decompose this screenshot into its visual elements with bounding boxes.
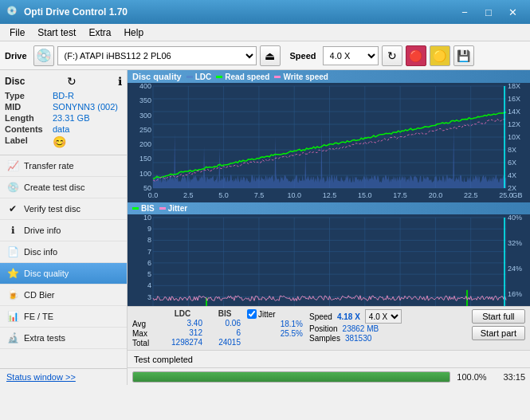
chart1-legend-read: Read speed — [216, 73, 269, 81]
chart2-area — [128, 214, 530, 306]
disc-title: Disc — [5, 76, 25, 87]
disc-quality-icon: ⭐ — [6, 267, 19, 280]
drive-select[interactable]: (F:) ATAPI iHBS112 2 PL06 — [57, 46, 257, 65]
disc-type-row: Type BD-R — [5, 91, 122, 100]
app-icon: 💿 — [6, 6, 19, 18]
position-label: Position — [309, 324, 338, 333]
progress-bar-inner — [133, 372, 450, 382]
app-title: Opti Drive Control 1.70 — [24, 6, 453, 18]
sidebar-item-drive-info[interactable]: ℹ Drive info — [0, 220, 127, 241]
progress-bar-area: 100.0% 33:15 — [128, 367, 530, 385]
chart1-title-bar: Disc quality LDC Read speed Write speed — [128, 70, 530, 83]
toolbar: Drive 💿 (F:) ATAPI iHBS112 2 PL06 ⏏ Spee… — [0, 41, 530, 70]
chart2-legend-jitter: Jitter — [159, 204, 187, 213]
create-test-disc-icon: 💿 — [6, 181, 19, 194]
jitter-checkbox[interactable] — [247, 309, 257, 319]
transfer-rate-icon: 📈 — [6, 159, 19, 172]
menu-item-file[interactable]: File — [3, 26, 31, 40]
speed-label-text: Speed — [309, 312, 332, 321]
maximize-button[interactable]: □ — [477, 3, 500, 21]
sidebar-item-verify-test-disc[interactable]: ✔ Verify test disc — [0, 198, 127, 220]
fe-te-icon: 📊 — [6, 310, 19, 323]
chart1-title-text: Disc quality — [132, 72, 182, 81]
bis-header: BIS — [209, 309, 241, 318]
start-part-button[interactable]: Start part — [472, 326, 525, 340]
cd-bier-icon: 🍺 — [6, 289, 19, 301]
disc-info-button[interactable]: ℹ — [118, 75, 122, 88]
ldc-header: LDC — [163, 309, 202, 318]
color-button-2[interactable]: 🟡 — [430, 45, 450, 66]
color-button-1[interactable]: 🔴 — [406, 45, 426, 66]
disc-length-value: 23.31 GB — [53, 113, 122, 123]
sidebar: Disc ↻ ℹ Type BD-R MID SONYNN3 (002) Len… — [0, 70, 128, 385]
start-full-button[interactable]: Start full — [472, 309, 525, 324]
position-value: 23862 MB — [343, 324, 379, 333]
eject-button[interactable]: ⏏ — [260, 45, 281, 66]
speed-select-dropdown[interactable]: 4.0 X — [365, 309, 402, 324]
jitter-header: Jitter — [247, 309, 303, 319]
ldc-avg: 3.40 — [163, 319, 202, 328]
drive-icon-button[interactable]: 💿 — [33, 45, 54, 66]
chart2-title-bar: BIS Jitter — [128, 202, 530, 214]
disc-contents-row: Contents data — [5, 124, 122, 134]
sidebar-item-transfer-rate[interactable]: 📈 Transfer rate — [0, 155, 127, 177]
disc-type-value: BD-R — [53, 91, 122, 100]
disc-mid-value: SONYNN3 (002) — [53, 102, 122, 112]
chart2-canvas — [128, 214, 530, 306]
disc-mid-row: MID SONYNN3 (002) — [5, 102, 122, 112]
close-button[interactable]: ✕ — [501, 3, 524, 21]
progress-bar-outer — [132, 371, 450, 383]
chart1-canvas — [128, 83, 530, 202]
extra-tests-icon: 🔬 — [6, 332, 19, 344]
chart2-panel: BIS Jitter — [128, 202, 530, 306]
avg-label: Avg — [132, 320, 156, 328]
disc-info-panel: Disc ↻ ℹ Type BD-R MID SONYNN3 (002) Len… — [0, 70, 127, 155]
drive-label: Drive — [5, 51, 27, 61]
sidebar-item-create-test-disc[interactable]: 💿 Create test disc — [0, 177, 127, 198]
sidebar-nav: 📈 Transfer rate 💿 Create test disc ✔ Ver… — [0, 155, 127, 368]
menu-item-start-test[interactable]: Start test — [31, 26, 82, 40]
write-dot — [274, 76, 281, 78]
sidebar-item-disc-info[interactable]: 📄 Disc info — [0, 241, 127, 263]
transfer-rate-label: Transfer rate — [24, 161, 74, 171]
sidebar-item-cd-bier[interactable]: 🍺 CD Bier — [0, 285, 127, 306]
bis-col: BIS 0.06 6 24015 — [209, 309, 241, 347]
verify-test-disc-icon: ✔ — [6, 202, 19, 215]
jitter-dot — [159, 207, 166, 210]
sidebar-item-fe-te[interactable]: 📊 FE / TE — [0, 306, 127, 328]
refresh-button[interactable]: ↻ — [382, 45, 402, 66]
drive-info-icon: ℹ — [6, 224, 19, 237]
menu-item-extra[interactable]: Extra — [82, 26, 117, 40]
status-bar: Test completed — [128, 350, 530, 367]
disc-length-row: Length 23.31 GB — [5, 113, 122, 123]
minimize-button[interactable]: − — [453, 3, 476, 21]
status-window-btn[interactable]: Status window >> — [0, 368, 127, 385]
disc-type-label: Type — [5, 91, 53, 100]
chart1-legend-ldc: LDC — [186, 73, 212, 81]
disc-length-label: Length — [5, 113, 53, 123]
menu-item-help[interactable]: Help — [117, 26, 150, 40]
jitter-col: Jitter 18.1% 25.5% — [247, 309, 303, 339]
main-content: Disc quality LDC Read speed Write speed — [128, 70, 530, 385]
sidebar-item-disc-quality[interactable]: ⭐ Disc quality — [0, 263, 127, 285]
charts-area: Disc quality LDC Read speed Write speed — [128, 70, 530, 306]
speed-select[interactable]: 4.0 X — [323, 46, 379, 65]
disc-info-label: Disc info — [24, 247, 57, 257]
extra-tests-label: Extra tests — [24, 333, 65, 343]
stats-labels-col: Avg Max Total — [132, 309, 156, 347]
total-label: Total — [132, 339, 156, 347]
menu-bar: File Start test Extra Help — [0, 24, 530, 41]
title-bar-controls: − □ ✕ — [453, 3, 524, 21]
disc-mid-label: MID — [5, 102, 53, 112]
main-layout: Disc ↻ ℹ Type BD-R MID SONYNN3 (002) Len… — [0, 70, 530, 385]
chart1-area — [128, 83, 530, 202]
sidebar-item-extra-tests[interactable]: 🔬 Extra tests — [0, 328, 127, 349]
bis-avg: 0.06 — [209, 319, 241, 328]
disc-refresh-button[interactable]: ↻ — [67, 75, 77, 88]
disc-label-icon: 😊 — [53, 135, 66, 148]
title-bar: 💿 Opti Drive Control 1.70 − □ ✕ — [0, 0, 530, 24]
jitter-label: Jitter — [258, 310, 276, 319]
chart1-panel: Disc quality LDC Read speed Write speed — [128, 70, 530, 202]
chart1-legend-write: Write speed — [274, 73, 328, 81]
save-button[interactable]: 💾 — [453, 45, 474, 66]
